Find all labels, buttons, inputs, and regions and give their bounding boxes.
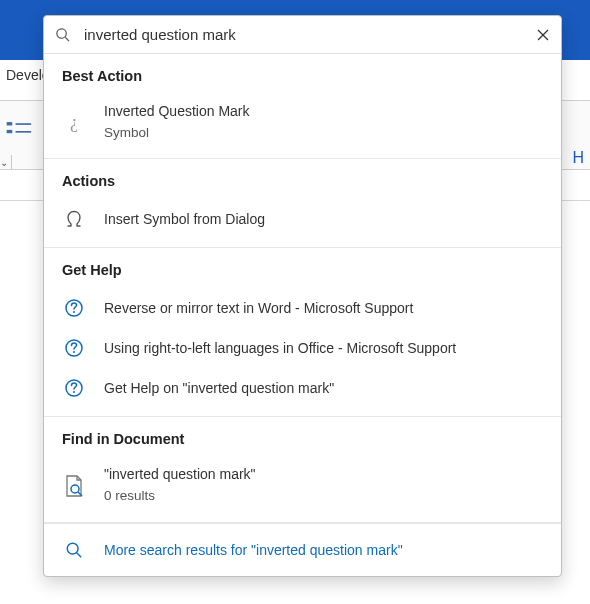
svg-rect-2 xyxy=(7,130,13,133)
section-title-actions: Actions xyxy=(44,169,561,199)
section-get-help: Get Help Reverse or mirror text in Word … xyxy=(44,248,561,417)
document-search-icon xyxy=(62,474,86,498)
help-letter: H xyxy=(572,149,584,167)
svg-rect-1 xyxy=(16,123,32,125)
search-input[interactable] xyxy=(84,26,535,43)
more-search-results[interactable]: More search results for "inverted questi… xyxy=(44,523,561,576)
svg-rect-3 xyxy=(16,131,32,133)
result-find-in-document[interactable]: "inverted question mark" 0 results xyxy=(44,457,561,513)
more-results-link: More search results for "inverted questi… xyxy=(104,542,403,558)
svg-line-18 xyxy=(77,553,82,558)
help-circle-icon xyxy=(62,296,86,320)
result-sub-label: 0 results xyxy=(104,487,256,506)
result-help-on-query[interactable]: Get Help on "inverted question mark" xyxy=(44,368,561,408)
help-circle-icon xyxy=(62,376,86,400)
svg-line-6 xyxy=(65,37,69,41)
section-find-in-document: Find in Document "inverted question mark… xyxy=(44,417,561,522)
tell-me-search-panel: Best Action ¿ Inverted Question Mark Sym… xyxy=(43,15,562,577)
search-input-row xyxy=(44,16,561,54)
result-primary-label: "inverted question mark" xyxy=(104,466,256,482)
svg-rect-0 xyxy=(7,122,13,125)
svg-point-14 xyxy=(73,391,75,393)
dropdown-caret[interactable]: ⌄ xyxy=(0,155,14,169)
svg-point-5 xyxy=(56,29,65,38)
section-title-best-action: Best Action xyxy=(44,64,561,94)
svg-point-15 xyxy=(71,485,79,493)
inverted-question-mark-icon: ¿ xyxy=(62,110,86,134)
search-icon xyxy=(62,538,86,562)
result-primary-label: Inverted Question Mark xyxy=(104,103,250,119)
svg-point-12 xyxy=(73,351,75,353)
result-sub-label: Symbol xyxy=(104,124,250,143)
help-circle-icon xyxy=(62,336,86,360)
section-title-find: Find in Document xyxy=(44,427,561,457)
result-help-rtl-languages[interactable]: Using right-to-left languages in Office … xyxy=(44,328,561,368)
result-label: Using right-to-left languages in Office … xyxy=(104,339,456,359)
section-actions: Actions Insert Symbol from Dialog xyxy=(44,159,561,248)
svg-rect-4 xyxy=(11,155,12,169)
section-title-get-help: Get Help xyxy=(44,258,561,288)
result-inverted-question-mark[interactable]: ¿ Inverted Question Mark Symbol xyxy=(44,94,561,150)
svg-point-17 xyxy=(67,543,78,554)
result-label: Reverse or mirror text in Word - Microso… xyxy=(104,299,413,319)
search-icon xyxy=(54,27,70,43)
svg-point-10 xyxy=(73,311,75,313)
section-best-action: Best Action ¿ Inverted Question Mark Sym… xyxy=(44,54,561,159)
clear-search-button[interactable] xyxy=(535,27,551,43)
result-label: Insert Symbol from Dialog xyxy=(104,210,265,230)
bullet-list-icon[interactable] xyxy=(6,121,36,143)
result-insert-symbol-dialog[interactable]: Insert Symbol from Dialog xyxy=(44,199,561,239)
result-help-reverse-mirror[interactable]: Reverse or mirror text in Word - Microso… xyxy=(44,288,561,328)
result-label: Inverted Question Mark Symbol xyxy=(104,102,250,142)
result-label: "inverted question mark" 0 results xyxy=(104,465,256,505)
omega-icon xyxy=(62,207,86,231)
result-label: Get Help on "inverted question mark" xyxy=(104,379,334,399)
